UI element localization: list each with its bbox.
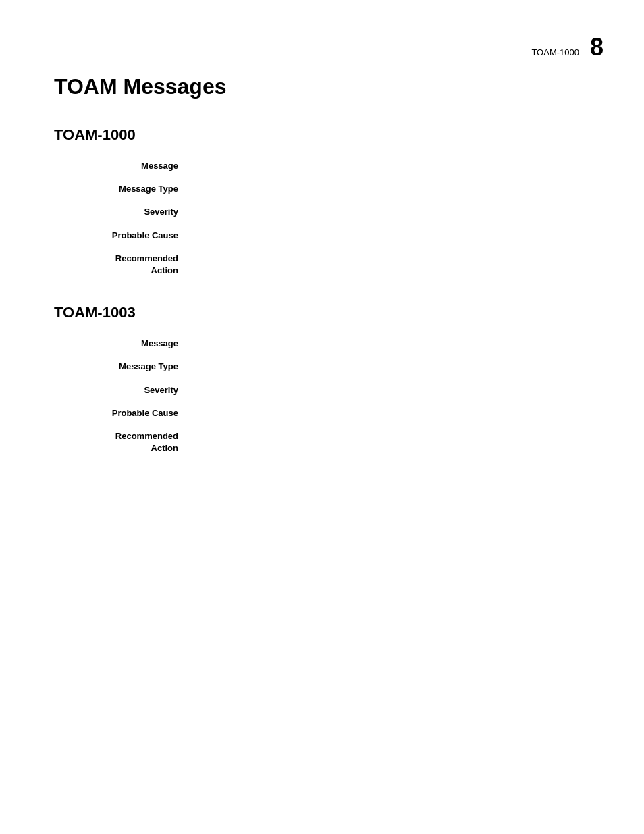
field-label-toam-1000-0: Message: [54, 160, 189, 172]
field-label-toam-1003-3: Probable Cause: [54, 407, 189, 419]
field-label-toam-1003-4: Recommended Action: [54, 430, 189, 454]
field-label-toam-1000-1: Message Type: [54, 183, 189, 195]
field-row-toam-1000-3: Probable Cause: [54, 230, 603, 242]
field-label-toam-1003-0: Message: [54, 338, 189, 350]
field-row-toam-1003-1: Message Type: [54, 361, 603, 373]
header-label: TOAM-1000: [531, 47, 579, 57]
message-section-toam-1000: TOAM-1000MessageMessage TypeSeverityProb…: [54, 126, 603, 277]
page-number: 8: [590, 35, 603, 59]
field-row-toam-1003-2: Severity: [54, 384, 603, 396]
field-row-toam-1000-1: Message Type: [54, 183, 603, 195]
chapter-title: TOAM Messages: [54, 74, 603, 99]
field-row-toam-1000-4: Recommended Action: [54, 253, 603, 277]
field-label-toam-1003-1: Message Type: [54, 361, 189, 373]
field-label-toam-1000-2: Severity: [54, 206, 189, 218]
field-row-toam-1003-0: Message: [54, 338, 603, 350]
page-content: TOAM Messages TOAM-1000MessageMessage Ty…: [0, 0, 644, 522]
field-row-toam-1003-4: Recommended Action: [54, 430, 603, 454]
field-row-toam-1003-3: Probable Cause: [54, 407, 603, 419]
page-header: TOAM-1000 8: [531, 35, 603, 59]
field-row-toam-1000-0: Message: [54, 160, 603, 172]
field-label-toam-1000-4: Recommended Action: [54, 253, 189, 277]
field-label-toam-1003-2: Severity: [54, 384, 189, 396]
sections-container: TOAM-1000MessageMessage TypeSeverityProb…: [54, 126, 603, 454]
message-section-toam-1003: TOAM-1003MessageMessage TypeSeverityProb…: [54, 304, 603, 454]
field-label-toam-1000-3: Probable Cause: [54, 230, 189, 242]
message-id-toam-1003: TOAM-1003: [54, 304, 603, 321]
message-id-toam-1000: TOAM-1000: [54, 126, 603, 144]
field-row-toam-1000-2: Severity: [54, 206, 603, 218]
